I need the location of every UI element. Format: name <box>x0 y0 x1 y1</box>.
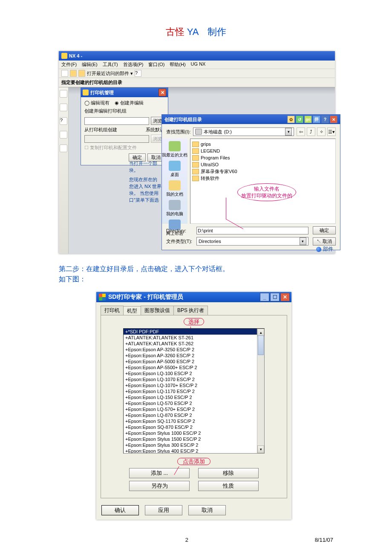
list-item[interactable]: +Epson:Epson LQ-570+ ESC/P 2 <box>124 406 264 412</box>
saveas-button[interactable]: 另存为 <box>129 481 190 491</box>
lookin-dropdown[interactable]: 本地磁盘 (D:) ▾ <box>193 127 294 136</box>
dlg2-ok-button[interactable]: 确定 <box>313 226 336 234</box>
tb-icon-kb[interactable]: 拼 <box>313 116 320 123</box>
maximize-icon[interactable]: ☐ <box>270 293 280 301</box>
list-item[interactable]: +ATLANTEK:ATLANTEK ST-261 <box>124 335 264 341</box>
back-icon[interactable]: ⇦ <box>297 127 305 136</box>
props-button[interactable]: 性质 <box>198 481 259 491</box>
page-number: 2 <box>59 537 315 543</box>
apply-button[interactable]: 应用 <box>145 505 182 515</box>
list-item[interactable]: +Epson:Epson LQ-150 ESC/P 2 <box>124 394 264 400</box>
list-item[interactable]: +Epson:Epson AP-5500+ ESC/P 2 <box>124 364 264 370</box>
new-icon[interactable] <box>61 70 68 77</box>
file-list[interactable]: grips LEGEND Program Files UltraISO 屏幕录像… <box>190 139 336 224</box>
tab-graphics[interactable]: 图形预设值 <box>141 306 174 315</box>
nx-title: NX 4 - <box>69 53 82 58</box>
place-mydocs[interactable]: 我的文档 <box>166 179 183 198</box>
remove-button[interactable]: 移除 <box>198 468 259 478</box>
list-item[interactable]: +Epson:Epson LQ-100 ESC/P 2 <box>124 370 264 376</box>
cancel-button[interactable]: 取消 <box>188 505 226 515</box>
sidebar-icon-5[interactable] <box>60 145 67 152</box>
tab-model[interactable]: 机型 <box>123 306 141 315</box>
list-item[interactable]: +Epson:Epson SQ-870 ESC/P 2 <box>124 424 264 430</box>
folder-item[interactable]: 屏幕录像专家V60 <box>192 168 334 175</box>
folder-icon <box>192 162 199 168</box>
menu-file[interactable]: 文件(F) <box>61 61 77 68</box>
menu-ugnx[interactable]: UG NX <box>191 61 206 68</box>
place-recent[interactable]: 我最近的文档 <box>162 140 187 159</box>
tb-icon-b[interactable]: ↺ <box>296 116 303 123</box>
list-item[interactable]: +Epson:Epson LQ-570 ESC/P 2 <box>124 400 264 406</box>
folder-icon <box>192 142 199 147</box>
folder-item[interactable]: LEGEND <box>192 147 334 154</box>
list-item[interactable]: +Epson:Epson Stylus 1000 ESC/P 2 <box>124 430 264 436</box>
views-icon[interactable]: ☰▾ <box>327 127 336 136</box>
directory-input[interactable] <box>196 227 308 234</box>
list-item[interactable]: +Epson:Epson AP-3250 ESC/P 2 <box>124 347 264 353</box>
list-item[interactable]: +Epson:Epson Stylus 300 ESC/P 2 <box>124 442 264 448</box>
model-listbox[interactable]: +*SDI PDF:PDF +ATLANTEK:ATLANTEK ST-261 … <box>123 328 265 454</box>
menu-window[interactable]: 窗口(O) <box>148 61 164 68</box>
sidebar-icon-1[interactable] <box>60 90 67 98</box>
place-mypc[interactable]: 我的电脑 <box>166 199 183 218</box>
list-item[interactable]: +Epson:Epson LQ-1170 ESC/P 2 <box>124 388 264 394</box>
list-item[interactable]: +Epson:Epson LQ-1070 ESC/P 2 <box>124 376 264 382</box>
menu-tools[interactable]: 工具(T) <box>103 61 118 68</box>
scroll-down-icon[interactable]: ▾ <box>257 445 264 453</box>
header-ya: YA <box>187 26 199 37</box>
place-desktop[interactable]: 桌面 <box>169 160 181 179</box>
open-icon[interactable] <box>70 70 77 77</box>
doc-header: 古怪 YA 制作 <box>0 26 392 38</box>
list-item[interactable]: +Epson:Epson AP-5000 ESC/P 2 <box>124 358 264 364</box>
folder-item[interactable]: Program Files <box>192 154 334 161</box>
dlg2-cancel-button[interactable]: ↖ 取消 <box>313 237 336 246</box>
toolbar-recent-label[interactable]: 打开最近访问的部件 ▾ <box>87 70 133 77</box>
menu-help[interactable]: 帮助(H) <box>170 61 185 68</box>
list-item[interactable]: +Epson:Epson LQ-870 ESC/P 2 <box>124 412 264 418</box>
menu-prefs[interactable]: 首选项(P) <box>123 61 144 68</box>
printer-icon <box>83 90 89 95</box>
ok-button[interactable]: 确认 <box>101 505 139 515</box>
create-path-input[interactable] <box>84 117 149 125</box>
tab-printer[interactable]: 打印机 <box>101 306 124 315</box>
close-icon[interactable]: ✕ <box>159 89 166 96</box>
folder-item[interactable]: grips <box>192 141 334 147</box>
list-item[interactable]: +Epson:Epson SQ-1170 ESC/P 2 <box>124 418 264 424</box>
annotation-callout: 输入文件名 放置打印驱动的文件的 <box>237 183 296 201</box>
up-icon[interactable]: ⤴ <box>307 127 315 136</box>
scrollbar[interactable]: ▴ ▾ <box>257 329 264 453</box>
chevron-down-icon[interactable]: ▾ <box>300 237 306 245</box>
chevron-down-icon[interactable]: ▾ <box>285 128 292 136</box>
sidebar-icon-3[interactable]: ? <box>60 117 67 125</box>
minimize-icon[interactable]: _ <box>260 293 269 301</box>
status-part: 部件 <box>316 246 333 253</box>
close-icon[interactable]: ✕ <box>330 116 337 123</box>
close-icon[interactable]: ✕ <box>280 293 290 301</box>
list-item[interactable]: +Epson:Epson Stylus 1500 ESC/P 2 <box>124 436 264 442</box>
folder-item[interactable]: 转换软件 <box>192 175 334 182</box>
sidebar-icon-2[interactable] <box>60 104 67 111</box>
nx-menubar[interactable]: 文件(F) 编辑(E) 工具(T) 首选项(P) 窗口(O) 帮助(H) UG … <box>59 61 335 69</box>
open-recent-icon[interactable] <box>78 70 85 77</box>
tab-bps[interactable]: BPS 执行者 <box>173 306 208 315</box>
radio-edit-existing[interactable]: ◯ 编辑现有 <box>84 100 110 105</box>
help-icon[interactable]: ? <box>321 116 329 123</box>
filetype-dropdown[interactable]: Directories ▾ <box>196 237 308 246</box>
list-item[interactable]: +Epson:Epson AP-3260 ESC/P 2 <box>124 353 264 358</box>
lookin-label: 查找范围(I): <box>166 129 190 135</box>
scroll-thumb[interactable] <box>258 335 264 355</box>
help-icon[interactable]: ? <box>135 70 141 77</box>
sidebar-icon-4[interactable] <box>60 131 67 139</box>
list-item[interactable]: +Epson:Epson LQ-1070+ ESC/P 2 <box>124 382 264 388</box>
folder-item[interactable]: UltraISO <box>192 161 334 168</box>
radio-create-edit[interactable]: ◉ 创建并编辑 <box>115 100 144 105</box>
menu-edit[interactable]: 编辑(E) <box>82 61 98 68</box>
tb-icon-a[interactable]: ✿ <box>287 116 295 123</box>
list-item[interactable]: +*SDI PDF:PDF <box>124 329 264 335</box>
folder-icon <box>192 148 199 154</box>
new-folder-icon[interactable]: ✧ <box>317 127 326 136</box>
list-item[interactable]: +Epson:Epson Stylus 400 ESC/P 2 <box>124 448 264 454</box>
tb-icon-go[interactable]: go <box>304 116 312 123</box>
list-item[interactable]: +ATLANTEK:ATLANTEK ST-262 <box>124 341 264 347</box>
nx-titlebar: NX 4 - <box>59 51 335 61</box>
